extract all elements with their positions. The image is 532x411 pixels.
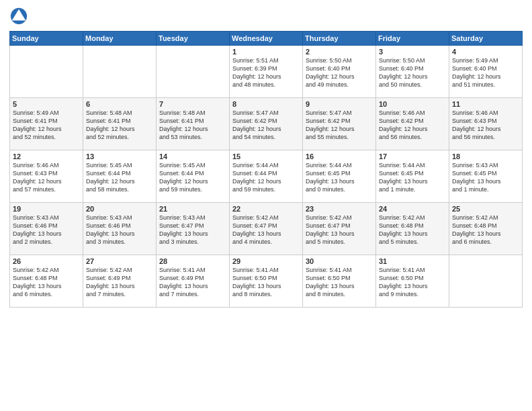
- header: [9, 7, 523, 26]
- day-cell: 10Sunrise: 5:46 AM Sunset: 6:42 PM Dayli…: [376, 98, 449, 150]
- day-number: 23: [306, 205, 373, 213]
- day-cell: 1Sunrise: 5:51 AM Sunset: 6:39 PM Daylig…: [230, 46, 303, 98]
- day-info: Sunrise: 5:44 AM Sunset: 6:45 PM Dayligh…: [306, 161, 373, 194]
- week-row-1: 1Sunrise: 5:51 AM Sunset: 6:39 PM Daylig…: [10, 46, 523, 98]
- day-number: 14: [159, 152, 226, 161]
- day-cell: 9Sunrise: 5:47 AM Sunset: 6:42 PM Daylig…: [303, 98, 376, 150]
- day-info: Sunrise: 5:49 AM Sunset: 6:41 PM Dayligh…: [13, 109, 80, 142]
- day-cell: 14Sunrise: 5:45 AM Sunset: 6:44 PM Dayli…: [157, 150, 230, 203]
- day-number: 25: [452, 205, 519, 213]
- day-cell: [157, 46, 230, 98]
- day-info: Sunrise: 5:49 AM Sunset: 6:40 PM Dayligh…: [452, 56, 519, 89]
- header-row: SundayMondayTuesdayWednesdayThursdayFrid…: [10, 32, 523, 46]
- day-number: 31: [379, 257, 446, 265]
- day-number: 22: [232, 205, 300, 213]
- week-row-4: 19Sunrise: 5:43 AM Sunset: 6:46 PM Dayli…: [10, 203, 523, 255]
- day-cell: 4Sunrise: 5:49 AM Sunset: 6:40 PM Daylig…: [449, 46, 523, 98]
- day-cell: 25Sunrise: 5:42 AM Sunset: 6:48 PM Dayli…: [449, 203, 523, 255]
- week-row-2: 5Sunrise: 5:49 AM Sunset: 6:41 PM Daylig…: [10, 98, 523, 150]
- day-number: 20: [86, 205, 153, 213]
- day-number: 12: [13, 152, 80, 161]
- day-info: Sunrise: 5:46 AM Sunset: 6:43 PM Dayligh…: [13, 161, 80, 194]
- header-cell-wednesday: Wednesday: [230, 32, 303, 46]
- day-info: Sunrise: 5:42 AM Sunset: 6:48 PM Dayligh…: [379, 214, 446, 246]
- day-number: 2: [306, 48, 373, 56]
- day-cell: 23Sunrise: 5:42 AM Sunset: 6:47 PM Dayli…: [303, 203, 376, 255]
- day-number: 21: [159, 205, 226, 213]
- day-number: 18: [452, 152, 519, 161]
- day-number: 24: [379, 205, 446, 213]
- day-cell: 31Sunrise: 5:41 AM Sunset: 6:50 PM Dayli…: [376, 255, 449, 308]
- day-number: 28: [159, 257, 226, 265]
- day-cell: 2Sunrise: 5:50 AM Sunset: 6:40 PM Daylig…: [303, 46, 376, 98]
- day-info: Sunrise: 5:44 AM Sunset: 6:45 PM Dayligh…: [379, 161, 446, 194]
- day-cell: 12Sunrise: 5:46 AM Sunset: 6:43 PM Dayli…: [10, 150, 83, 203]
- day-cell: 20Sunrise: 5:43 AM Sunset: 6:46 PM Dayli…: [83, 203, 157, 255]
- day-number: 30: [306, 257, 373, 265]
- day-cell: 21Sunrise: 5:43 AM Sunset: 6:47 PM Dayli…: [157, 203, 230, 255]
- calendar-table: SundayMondayTuesdayWednesdayThursdayFrid…: [9, 31, 523, 308]
- day-cell: [10, 46, 83, 98]
- header-cell-friday: Friday: [376, 32, 449, 46]
- day-cell: 29Sunrise: 5:41 AM Sunset: 6:50 PM Dayli…: [230, 255, 303, 308]
- day-cell: 8Sunrise: 5:47 AM Sunset: 6:42 PM Daylig…: [230, 98, 303, 150]
- day-info: Sunrise: 5:47 AM Sunset: 6:42 PM Dayligh…: [232, 109, 300, 142]
- week-row-3: 12Sunrise: 5:46 AM Sunset: 6:43 PM Dayli…: [10, 150, 523, 203]
- day-number: 17: [379, 152, 446, 161]
- day-number: 7: [159, 100, 226, 108]
- day-info: Sunrise: 5:42 AM Sunset: 6:48 PM Dayligh…: [13, 266, 80, 299]
- day-number: 29: [232, 257, 300, 265]
- day-info: Sunrise: 5:41 AM Sunset: 6:49 PM Dayligh…: [159, 266, 226, 299]
- day-cell: 6Sunrise: 5:48 AM Sunset: 6:41 PM Daylig…: [83, 98, 157, 150]
- calendar-page: SundayMondayTuesdayWednesdayThursdayFrid…: [0, 0, 532, 411]
- logo-icon: [9, 7, 28, 26]
- day-cell: 7Sunrise: 5:48 AM Sunset: 6:41 PM Daylig…: [157, 98, 230, 150]
- day-info: Sunrise: 5:51 AM Sunset: 6:39 PM Dayligh…: [232, 56, 300, 89]
- day-cell: 5Sunrise: 5:49 AM Sunset: 6:41 PM Daylig…: [10, 98, 83, 150]
- day-cell: 19Sunrise: 5:43 AM Sunset: 6:46 PM Dayli…: [10, 203, 83, 255]
- day-number: 27: [86, 257, 153, 265]
- day-cell: 26Sunrise: 5:42 AM Sunset: 6:48 PM Dayli…: [10, 255, 83, 308]
- day-number: 8: [232, 100, 300, 108]
- day-cell: 3Sunrise: 5:50 AM Sunset: 6:40 PM Daylig…: [376, 46, 449, 98]
- week-row-5: 26Sunrise: 5:42 AM Sunset: 6:48 PM Dayli…: [10, 255, 523, 308]
- day-info: Sunrise: 5:41 AM Sunset: 6:50 PM Dayligh…: [232, 266, 300, 299]
- day-number: 16: [306, 152, 373, 161]
- day-number: 10: [379, 100, 446, 108]
- day-info: Sunrise: 5:48 AM Sunset: 6:41 PM Dayligh…: [86, 109, 153, 142]
- header-cell-tuesday: Tuesday: [157, 32, 230, 46]
- day-cell: 17Sunrise: 5:44 AM Sunset: 6:45 PM Dayli…: [376, 150, 449, 203]
- day-number: 6: [86, 100, 153, 108]
- day-info: Sunrise: 5:45 AM Sunset: 6:44 PM Dayligh…: [86, 161, 153, 194]
- day-cell: 30Sunrise: 5:41 AM Sunset: 6:50 PM Dayli…: [303, 255, 376, 308]
- day-cell: 24Sunrise: 5:42 AM Sunset: 6:48 PM Dayli…: [376, 203, 449, 255]
- day-number: 15: [232, 152, 300, 161]
- logo: [9, 7, 31, 26]
- day-info: Sunrise: 5:48 AM Sunset: 6:41 PM Dayligh…: [159, 109, 226, 142]
- day-cell: 16Sunrise: 5:44 AM Sunset: 6:45 PM Dayli…: [303, 150, 376, 203]
- day-info: Sunrise: 5:45 AM Sunset: 6:44 PM Dayligh…: [159, 161, 226, 194]
- day-cell: 11Sunrise: 5:46 AM Sunset: 6:43 PM Dayli…: [449, 98, 523, 150]
- day-info: Sunrise: 5:50 AM Sunset: 6:40 PM Dayligh…: [379, 56, 446, 89]
- day-info: Sunrise: 5:42 AM Sunset: 6:47 PM Dayligh…: [306, 214, 373, 246]
- day-info: Sunrise: 5:47 AM Sunset: 6:42 PM Dayligh…: [306, 109, 373, 142]
- day-info: Sunrise: 5:43 AM Sunset: 6:45 PM Dayligh…: [452, 161, 519, 194]
- day-cell: [83, 46, 157, 98]
- day-info: Sunrise: 5:50 AM Sunset: 6:40 PM Dayligh…: [306, 56, 373, 89]
- day-number: 11: [452, 100, 519, 108]
- day-cell: 15Sunrise: 5:44 AM Sunset: 6:44 PM Dayli…: [230, 150, 303, 203]
- header-cell-monday: Monday: [83, 32, 157, 46]
- header-cell-thursday: Thursday: [303, 32, 376, 46]
- day-info: Sunrise: 5:46 AM Sunset: 6:43 PM Dayligh…: [452, 109, 519, 142]
- day-info: Sunrise: 5:42 AM Sunset: 6:49 PM Dayligh…: [86, 266, 153, 299]
- day-info: Sunrise: 5:42 AM Sunset: 6:47 PM Dayligh…: [232, 214, 300, 246]
- day-number: 3: [379, 48, 446, 56]
- day-cell: [449, 255, 523, 308]
- day-number: 19: [13, 205, 80, 213]
- day-info: Sunrise: 5:42 AM Sunset: 6:48 PM Dayligh…: [452, 214, 519, 246]
- day-cell: 27Sunrise: 5:42 AM Sunset: 6:49 PM Dayli…: [83, 255, 157, 308]
- header-cell-sunday: Sunday: [10, 32, 83, 46]
- day-info: Sunrise: 5:43 AM Sunset: 6:46 PM Dayligh…: [86, 214, 153, 246]
- day-info: Sunrise: 5:41 AM Sunset: 6:50 PM Dayligh…: [379, 266, 446, 299]
- day-info: Sunrise: 5:46 AM Sunset: 6:42 PM Dayligh…: [379, 109, 446, 142]
